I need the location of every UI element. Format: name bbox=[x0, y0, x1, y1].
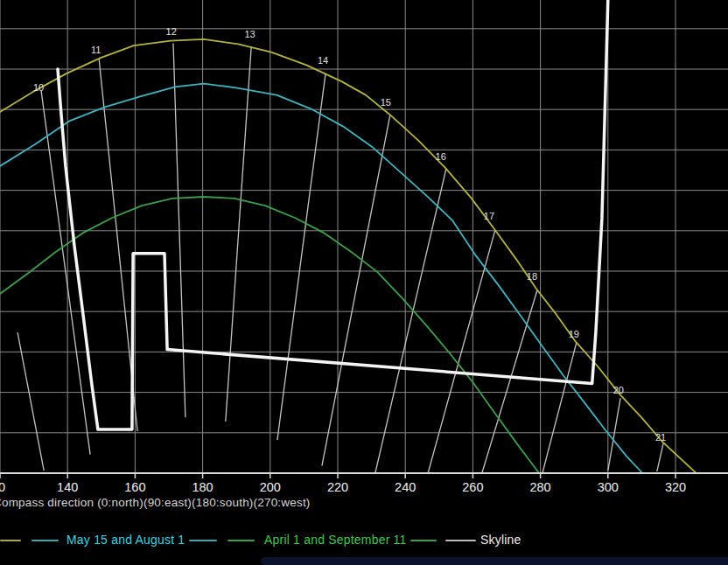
legend-dash-cyan bbox=[189, 540, 217, 541]
yellow-sun-curve bbox=[0, 39, 696, 472]
x-tick-label: 300 bbox=[598, 480, 619, 494]
hour-label-18: 18 bbox=[527, 271, 537, 282]
hour-line-16 bbox=[375, 169, 446, 473]
x-tick-label: 240 bbox=[395, 480, 416, 494]
legend-item-may15-aug1[interactable]: May 15 and August 1 bbox=[66, 533, 185, 547]
legend-item-skyline[interactable]: Skyline bbox=[480, 533, 522, 547]
hour-label-21: 21 bbox=[655, 432, 666, 443]
x-tick-label: 260 bbox=[462, 480, 483, 494]
hour-line-10 bbox=[41, 91, 90, 455]
hour-label-13: 13 bbox=[244, 29, 255, 39]
sun-path-chart-page: 120140160180200220240260280300320Compass… bbox=[0, 0, 728, 565]
legend-dash-yellow-cutoff bbox=[0, 540, 21, 541]
green-sun-curve bbox=[0, 197, 539, 473]
x-tick-label: 160 bbox=[124, 480, 145, 494]
hour-line-9 bbox=[18, 332, 44, 471]
skyline-curve bbox=[58, 1, 608, 430]
x-tick-label: 220 bbox=[327, 480, 348, 494]
hour-label-14: 14 bbox=[318, 55, 328, 66]
bottom-bar bbox=[261, 557, 728, 565]
x-tick-label: 320 bbox=[665, 480, 686, 494]
hour-line-14 bbox=[277, 73, 326, 441]
hour-line-19 bbox=[542, 342, 577, 473]
hour-label-10: 10 bbox=[33, 82, 44, 93]
hour-label-20: 20 bbox=[613, 385, 624, 395]
legend-item-apr1-sep11[interactable]: April 1 and September 11 bbox=[264, 533, 407, 547]
x-tick-label: 200 bbox=[260, 480, 281, 494]
x-tick-label: 180 bbox=[192, 480, 213, 494]
x-tick-label: 140 bbox=[57, 480, 78, 494]
hour-line-21 bbox=[657, 443, 663, 471]
hour-label-16: 16 bbox=[436, 151, 446, 162]
hour-label-17: 17 bbox=[484, 211, 494, 221]
legend-dash-skyline bbox=[445, 540, 476, 541]
legend-dash-cyan bbox=[32, 540, 59, 541]
hour-line-18 bbox=[482, 289, 537, 473]
hour-label-12: 12 bbox=[166, 26, 177, 37]
hour-label-15: 15 bbox=[381, 97, 391, 108]
x-tick-label: 280 bbox=[529, 480, 550, 494]
chart-legend: May 15 and August 1 April 1 and Septembe… bbox=[0, 528, 728, 549]
legend-dash-green bbox=[410, 540, 437, 541]
legend-dash-green bbox=[228, 540, 255, 541]
sun-path-chart: 120140160180200220240260280300320Compass… bbox=[0, 0, 728, 525]
x-tick-label: 120 bbox=[0, 480, 5, 494]
hour-label-11: 11 bbox=[91, 45, 101, 55]
x-axis-title: Compass direction (0:north)(90:east)(180… bbox=[0, 496, 311, 509]
hour-label-19: 19 bbox=[569, 329, 579, 339]
hour-line-13 bbox=[226, 46, 251, 422]
hour-line-15 bbox=[322, 115, 390, 466]
